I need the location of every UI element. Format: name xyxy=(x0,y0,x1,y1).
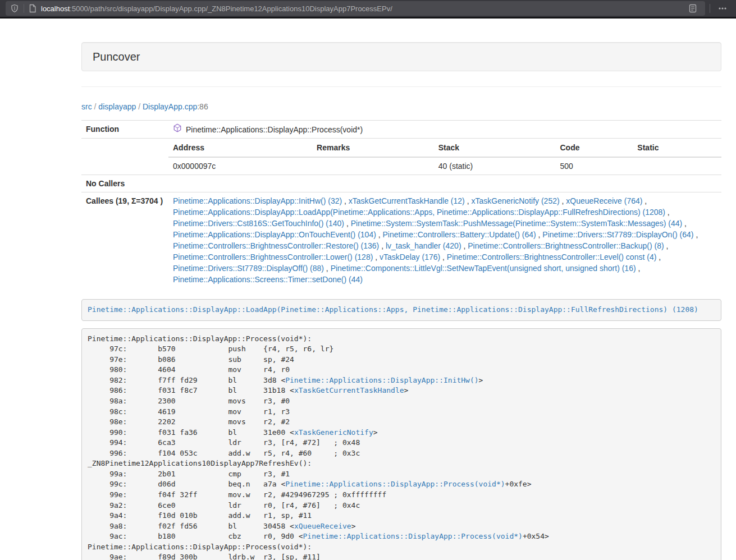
callee-link[interactable]: xTaskGetCurrentTaskHandle (12) xyxy=(349,196,465,205)
breadcrumb-link[interactable]: DisplayApp.cpp xyxy=(143,102,197,111)
disassembly: Pinetime::Applications::DisplayApp::Proc… xyxy=(81,328,721,560)
function-name: Pinetime::Applications::DisplayApp::Proc… xyxy=(173,123,363,135)
callee-link[interactable]: Pinetime::System::SystemTask::PushMessag… xyxy=(351,219,683,228)
callee-link[interactable]: Pinetime::Applications::DisplayApp::Load… xyxy=(173,208,665,217)
reader-mode-icon[interactable] xyxy=(685,1,701,16)
callees-label: Callees (19, Σ=3704 ) xyxy=(81,192,168,288)
function-info-table: Function Pinetime::Applications::Display… xyxy=(81,120,721,288)
breadcrumb: src / displayapp / DisplayApp.cpp:86 xyxy=(81,101,721,112)
url-text[interactable]: localhost:5000/path/src/displayapp/Displ… xyxy=(41,4,680,13)
table-row: Callees (19, Σ=3704 ) Pinetime::Applicat… xyxy=(81,192,721,288)
callee-link[interactable]: Pinetime::Applications::Screens::Timer::… xyxy=(173,275,363,284)
breadcrumb-link[interactable]: src xyxy=(81,102,92,111)
url-bar[interactable]: localhost:5000/path/src/displayapp/Displ… xyxy=(6,1,705,16)
divider xyxy=(24,4,24,13)
callee-link[interactable]: vTaskDelay (176) xyxy=(380,253,440,261)
callee-link[interactable]: lv_task_handler (420) xyxy=(386,241,461,250)
callees-list: Pinetime::Applications::DisplayApp::Init… xyxy=(168,192,721,288)
symbol-link[interactable]: xQueueReceive xyxy=(294,522,351,530)
highlighted-function-link[interactable]: Pinetime::Applications::DisplayApp::Load… xyxy=(88,305,698,314)
callee-link[interactable]: Pinetime::Drivers::St7789::DisplayOn() (… xyxy=(542,230,693,239)
page-title: Puncover xyxy=(93,51,140,63)
function-detail-table: Address Remarks Stack Code Static 0x0000… xyxy=(168,139,721,175)
symbol-link[interactable]: xTaskGenericNotify xyxy=(294,428,373,437)
shield-icon[interactable] xyxy=(10,4,19,13)
highlighted-signature: Pinetime::Applications::DisplayApp::Load… xyxy=(81,299,721,321)
symbol-link[interactable]: Pinetime::Applications::DisplayApp::Init… xyxy=(285,376,478,384)
callee-link[interactable]: Pinetime::Controllers::BrightnessControl… xyxy=(173,253,373,261)
static-value xyxy=(633,157,721,175)
breadcrumb-separator: / xyxy=(136,102,143,111)
code-value: 500 xyxy=(555,157,633,175)
col-stack: Stack xyxy=(434,139,556,157)
callee-link[interactable]: Pinetime::Drivers::St7789::DisplayOff() … xyxy=(173,264,324,273)
remarks-value xyxy=(312,157,434,175)
callee-link[interactable]: Pinetime::Controllers::BrightnessControl… xyxy=(173,241,379,250)
callee-link[interactable]: Pinetime::Applications::DisplayApp::OnTo… xyxy=(173,230,376,239)
callee-link[interactable]: Pinetime::Controllers::Battery::Update()… xyxy=(383,230,536,239)
browser-toolbar: localhost:5000/path/src/displayapp/Displ… xyxy=(0,0,736,19)
stack-value: 40 (static) xyxy=(434,157,556,175)
page-actions-menu-icon[interactable] xyxy=(715,1,730,16)
col-address: Address xyxy=(168,139,312,157)
divider xyxy=(81,86,721,87)
divider xyxy=(710,4,710,13)
breadcrumb-link[interactable]: displayapp xyxy=(98,102,136,111)
function-label: Function xyxy=(81,121,168,139)
callee-link[interactable]: xQueueReceive (764) xyxy=(566,196,642,205)
url-host: localhost xyxy=(41,4,70,13)
symbol-link[interactable]: Pinetime::Applications::DisplayApp::Proc… xyxy=(303,532,523,540)
page-icon[interactable] xyxy=(29,4,36,13)
callee-link[interactable]: Pinetime::Applications::DisplayApp::Init… xyxy=(173,196,342,205)
callee-link[interactable]: Pinetime::Components::LittleVgl::SetNewT… xyxy=(331,264,636,273)
callee-link[interactable]: Pinetime::Drivers::Cst816S::GetTouchInfo… xyxy=(173,219,344,228)
header-panel: Puncover xyxy=(81,42,721,71)
table-row: No Callers xyxy=(81,175,721,192)
detail-value-row: 0x0000097c 40 (static) 500 xyxy=(168,157,721,175)
url-path: :5000/path/src/displayapp/DisplayApp.cpp… xyxy=(70,4,392,13)
symbol-link[interactable]: Pinetime::Applications::DisplayApp::Proc… xyxy=(285,480,505,488)
col-remarks: Remarks xyxy=(312,139,434,157)
address-value: 0x0000097c xyxy=(168,157,312,175)
callee-link[interactable]: Pinetime::Controllers::BrightnessControl… xyxy=(468,241,664,250)
page-content: Puncover src / displayapp / DisplayApp.c… xyxy=(81,19,721,560)
no-callers-label: No Callers xyxy=(81,175,168,192)
col-static: Static xyxy=(633,139,721,157)
callee-link[interactable]: Pinetime::Controllers::BrightnessControl… xyxy=(447,253,656,261)
breadcrumb-separator: / xyxy=(92,102,99,111)
breadcrumb-line-number: :86 xyxy=(197,102,208,111)
symbol-link[interactable]: xTaskGetCurrentTaskHandle xyxy=(294,386,404,394)
table-row: Address Remarks Stack Code Static 0x0000… xyxy=(81,139,721,175)
callee-link[interactable]: xTaskGenericNotify (252) xyxy=(471,196,559,205)
table-row: Function Pinetime::Applications::Display… xyxy=(81,121,721,139)
col-code: Code xyxy=(555,139,633,157)
cube-icon xyxy=(173,123,182,135)
detail-header-row: Address Remarks Stack Code Static xyxy=(168,139,721,157)
